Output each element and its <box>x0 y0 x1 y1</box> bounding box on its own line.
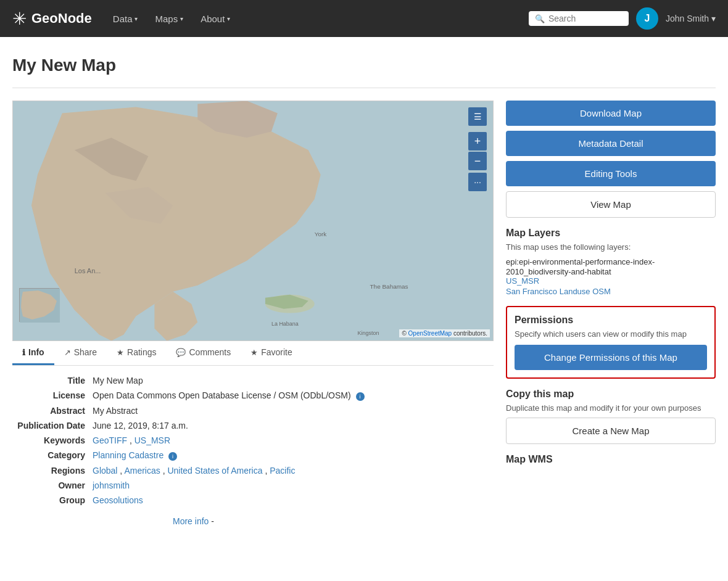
map-layers-title: Map Layers <box>506 228 716 239</box>
favorite-icon: ★ <box>250 348 258 357</box>
info-row-more-info: More info - <box>12 510 494 526</box>
share-icon: ↗ <box>64 348 71 357</box>
map-zoom-controls: + − ··· <box>468 132 487 191</box>
tab-favorite[interactable]: ★ Favorite <box>241 341 302 365</box>
nav-maps-link[interactable]: Maps ▾ <box>146 7 192 30</box>
metadata-detail-button[interactable]: Metadata Detail <box>506 131 716 156</box>
owner-link[interactable]: johnsmith <box>93 480 130 490</box>
main-layout: Los An... York The Bahamas La Habana Kin… <box>12 101 716 531</box>
comment-icon: 💬 <box>176 348 186 357</box>
page-container: My New Map <box>0 37 728 550</box>
permissions-desc: Specify which users can view or modify t… <box>515 329 707 339</box>
chevron-down-icon: ▾ <box>711 14 716 23</box>
info-row-regions: Regions Global , Americas , United State… <box>12 466 494 476</box>
map-attribution: © OpenStreetMap contributors. <box>399 329 490 337</box>
map-container[interactable]: Los An... York The Bahamas La Habana Kin… <box>12 101 494 341</box>
info-row-title: Title My New Map <box>12 376 494 385</box>
map-dots-button[interactable]: ··· <box>468 173 487 191</box>
svg-text:La Habana: La Habana <box>271 321 299 327</box>
svg-text:York: York <box>315 231 327 237</box>
layer-sf-landuse-link[interactable]: San Francisco Landuse OSM <box>506 287 716 296</box>
star-icon: ★ <box>117 348 124 357</box>
openstreetmap-link[interactable]: OpenStreetMap <box>408 330 452 337</box>
nav-data[interactable]: Data ▾ <box>104 7 147 30</box>
map-layers-section: Map Layers This map uses the following l… <box>506 228 716 296</box>
permissions-box: Permissions Specify which users can view… <box>506 306 716 379</box>
info-table: Title My New Map License Open Data Commo… <box>12 376 494 526</box>
info-icon: ℹ <box>22 348 25 357</box>
category-link[interactable]: Planning Cadastre <box>93 450 163 460</box>
tab-bar: ℹ Info ↗ Share ★ Ratings 💬 Comments ★ <box>12 341 494 366</box>
svg-text:Los An...: Los An... <box>75 267 101 274</box>
chevron-down-icon: ▾ <box>227 15 230 22</box>
brand-name: GeoNode <box>31 10 92 27</box>
zoom-in-button[interactable]: + <box>468 132 487 150</box>
left-column: Los An... York The Bahamas La Habana Kin… <box>12 101 494 531</box>
avatar: J <box>636 7 658 30</box>
search-box: 🔍 <box>529 11 629 26</box>
region-global-link[interactable]: Global <box>93 466 117 476</box>
tab-share[interactable]: ↗ Share <box>54 341 107 365</box>
info-row-owner: Owner johnsmith <box>12 480 494 490</box>
license-info-icon[interactable]: i <box>356 392 365 401</box>
right-column: Download Map Metadata Detail Editing Too… <box>506 101 716 531</box>
map-menu-button[interactable]: ☰ <box>468 107 487 126</box>
more-info-link[interactable]: More info <box>173 516 209 526</box>
zoom-out-button[interactable]: − <box>468 152 487 170</box>
map-wms-title: Map WMS <box>506 454 716 465</box>
region-americas-link[interactable]: Americas <box>124 466 160 476</box>
nav-about[interactable]: About ▾ <box>192 7 239 30</box>
group-link[interactable]: Geosolutions <box>93 495 143 505</box>
nav-about-link[interactable]: About ▾ <box>192 7 239 30</box>
keyword-geotiff-link[interactable]: GeoTIFF <box>93 435 127 445</box>
editing-tools-button[interactable]: Editing Tools <box>506 161 716 186</box>
divider <box>12 88 716 88</box>
keyword-usmsr-link[interactable]: US_MSR <box>134 435 170 445</box>
info-row-keywords: Keywords GeoTIFF , US_MSR <box>12 435 494 445</box>
region-usa-link[interactable]: United States of America <box>167 466 262 476</box>
map-layers-desc: This map uses the following layers: <box>506 242 716 252</box>
info-row-abstract: Abstract My Abstract <box>12 406 494 416</box>
tab-ratings[interactable]: ★ Ratings <box>107 341 166 365</box>
layer-us-msr-link[interactable]: US_MSR <box>506 276 716 286</box>
copy-map-desc: Duplicate this map and modify it for you… <box>506 403 716 413</box>
nav-maps[interactable]: Maps ▾ <box>146 7 192 30</box>
hamburger-icon: ☰ <box>474 112 482 122</box>
info-row-group: Group Geosolutions <box>12 495 494 505</box>
main-nav: Data ▾ Maps ▾ About ▾ <box>104 7 529 30</box>
info-row-category: Category Planning Cadastre i <box>12 450 494 461</box>
navbar-right: 🔍 J John Smith ▾ <box>529 7 716 30</box>
category-info-icon[interactable]: i <box>168 452 177 461</box>
copy-map-title: Copy this map <box>506 389 716 400</box>
map-svg: Los An... York The Bahamas La Habana Kin… <box>13 101 493 340</box>
info-row-publication-date: Publication Date June 12, 2019, 8:17 a.m… <box>12 421 494 431</box>
search-input[interactable] <box>548 14 623 23</box>
tab-info[interactable]: ℹ Info <box>12 341 54 365</box>
search-icon: 🔍 <box>535 14 545 23</box>
user-menu[interactable]: John Smith ▾ <box>666 14 716 23</box>
copy-map-section: Copy this map Duplicate this map and mod… <box>506 389 716 444</box>
create-new-map-button[interactable]: Create a New Map <box>506 418 716 444</box>
view-map-button[interactable]: View Map <box>506 191 716 218</box>
chevron-down-icon: ▾ <box>180 15 183 22</box>
map-thumbnail[interactable] <box>19 288 59 322</box>
geonode-logo: ✳ <box>12 9 27 29</box>
layer-epi: epi:epi-environmental-performance-index-… <box>506 257 655 276</box>
map-wms-section: Map WMS <box>506 454 716 465</box>
info-row-license: License Open Data Commons Open Database … <box>12 390 494 401</box>
chevron-down-icon: ▾ <box>134 15 138 22</box>
region-pacific-link[interactable]: Pacific <box>270 466 295 476</box>
change-permissions-button[interactable]: Change Permissions of this Map <box>515 345 707 370</box>
brand-link[interactable]: ✳ GeoNode <box>12 9 92 29</box>
page-title: My New Map <box>12 56 716 75</box>
nav-data-link[interactable]: Data ▾ <box>104 7 147 30</box>
permissions-title: Permissions <box>515 315 707 326</box>
svg-text:Kingston: Kingston <box>358 330 379 336</box>
svg-text:The Bahamas: The Bahamas <box>370 283 408 290</box>
navbar: ✳ GeoNode Data ▾ Maps ▾ About ▾ 🔍 <box>0 0 728 37</box>
tab-comments[interactable]: 💬 Comments <box>166 341 241 365</box>
thumbnail-svg <box>20 289 60 323</box>
download-map-button[interactable]: Download Map <box>506 101 716 126</box>
